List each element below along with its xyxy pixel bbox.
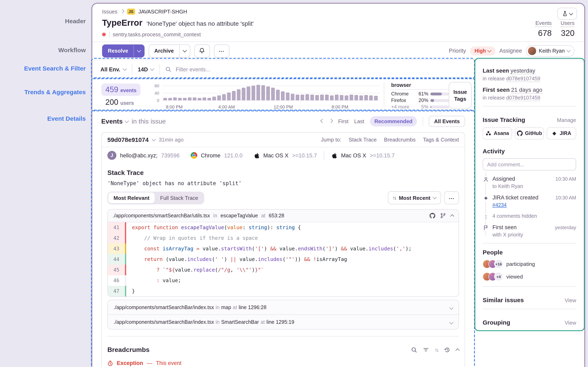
user-email: hello@abc.xyz;	[120, 152, 158, 158]
collapsed-frames: ./app/components/smartSearchBar/index.ts…	[107, 300, 459, 329]
activity-item-link[interactable]: #4234	[493, 202, 576, 208]
grouping-view[interactable]: View	[555, 320, 576, 326]
people-row: +4viewed	[483, 272, 576, 281]
activity-item-time: 10:30 AM	[555, 195, 576, 201]
more-actions-button[interactable]: ...	[214, 44, 229, 57]
users-stat-label[interactable]: Users	[561, 20, 575, 27]
events-stat-label[interactable]: Events	[536, 20, 552, 27]
browser-row[interactable]: Firefox20%	[391, 98, 449, 103]
issue-stats: Events 678 Users 320	[536, 20, 575, 38]
integration-asana-button[interactable]: Asana	[483, 127, 512, 140]
tab-most-relevant[interactable]: Most Relevant	[108, 192, 155, 203]
people-row: +16participating	[483, 259, 576, 268]
frame-header[interactable]: ./app/components/smartSearchBar/utils.ts…	[108, 210, 458, 222]
avatar-stack[interactable]: +16	[483, 259, 503, 268]
divider	[483, 309, 576, 309]
environment-select[interactable]: All Env.	[100, 66, 126, 72]
culprit-path: sentry.tasks.process_commit_context	[113, 31, 201, 38]
users-count-toggle[interactable]: 200users	[105, 98, 134, 107]
collapsed-frame[interactable]: ./app/components/smartSearchBar/index.ts…	[108, 300, 458, 314]
code-line: 43 const isArrayTag = value.startsWith('…	[108, 243, 458, 254]
jump-link[interactable]: Stack Trace	[349, 137, 377, 143]
all-events-button[interactable]: All Events	[429, 116, 465, 127]
users-count: 200	[105, 98, 118, 106]
browser-row[interactable]: Chrome61%	[391, 91, 449, 97]
integration-github-button[interactable]: GitHub	[515, 127, 544, 140]
filter-icon[interactable]	[423, 347, 429, 353]
people-title: People	[483, 249, 503, 256]
chevron-down-icon[interactable]	[125, 119, 129, 123]
github-icon[interactable]	[430, 213, 435, 218]
collapse-section-icon[interactable]	[456, 349, 459, 352]
last-seen-value[interactable]: yesterday	[510, 67, 535, 74]
assignee-label: Assignee	[499, 48, 522, 54]
frame-in-word: in	[216, 319, 219, 325]
collapsed-frame[interactable]: ./app/components/smartSearchBar/index.ts…	[108, 314, 458, 329]
sort-select[interactable]: ↑↓ Most Recent	[388, 191, 441, 204]
search-icon[interactable]	[411, 347, 417, 353]
browser-row-pct: 61%	[416, 91, 428, 97]
last-release-link[interactable]: d078e9107459	[506, 76, 540, 82]
event-id[interactable]: 59d078e91074	[107, 136, 149, 143]
line-number: 41	[108, 222, 126, 233]
tab-full-stack-trace[interactable]: Full Stack Trace	[155, 192, 203, 203]
subscribe-button[interactable]	[194, 44, 210, 57]
events-heading[interactable]: Events	[101, 118, 123, 125]
collapse-frame-icon[interactable]	[450, 214, 454, 218]
integration-jira-button[interactable]: JIRA	[547, 127, 576, 140]
resolve-button[interactable]: Resolve	[102, 44, 145, 57]
github-icon	[517, 131, 522, 136]
first-release-link[interactable]: d078e9107459	[506, 95, 540, 101]
integration-label: JIRA	[560, 131, 571, 136]
archive-button[interactable]: Archive	[149, 44, 190, 57]
unhandled-dot-icon	[102, 33, 106, 36]
breadcrumb-issues[interactable]: Issues	[102, 8, 117, 15]
recommended-pill[interactable]: Recommended	[370, 116, 417, 126]
stack-more-button[interactable]: ...	[444, 191, 459, 204]
frame-in-word: in	[216, 304, 219, 310]
resolve-label[interactable]: Resolve	[103, 48, 134, 54]
issue-tags-button[interactable]: Issue Tags	[449, 82, 472, 108]
sort-icon[interactable]: ↑↓	[435, 347, 438, 353]
first-seen-value[interactable]: 21 days ago	[511, 86, 543, 93]
chevron-down-icon[interactable]	[152, 137, 156, 141]
prev-event-icon[interactable]	[320, 119, 324, 123]
similar-issues-view[interactable]: View	[555, 297, 576, 303]
divider	[483, 286, 576, 287]
ellipsis-icon: ...	[219, 47, 224, 53]
browser-row[interactable]: +4 more5%	[391, 104, 449, 110]
frame-function: map	[221, 304, 231, 310]
archive-dropdown[interactable]	[179, 45, 190, 57]
page: Header Workflow Event Search & Filter Tr…	[0, 0, 588, 367]
issue-tracking-title: Issue Tracking	[483, 116, 525, 123]
jump-link[interactable]: Tags & Context	[423, 137, 459, 143]
resolve-dropdown[interactable]	[134, 45, 144, 57]
first-event-link[interactable]: First	[338, 118, 348, 124]
last-event-link[interactable]: Last	[354, 118, 364, 124]
search-input[interactable]	[175, 66, 466, 73]
search-field[interactable]	[165, 66, 466, 73]
date-range-select[interactable]: 14D	[138, 66, 154, 72]
issue-tracking-manage[interactable]: Manage	[547, 117, 576, 123]
add-comment-input[interactable]	[483, 158, 576, 170]
experiment-button[interactable]	[557, 8, 577, 20]
avatar-stack[interactable]: +4	[483, 272, 503, 281]
user-avatar: J	[107, 151, 116, 160]
breadcrumb-project[interactable]: JAVASCRIPT-SHGH	[138, 8, 187, 15]
history-icon[interactable]	[444, 347, 450, 353]
frame-at-word: at	[233, 304, 237, 310]
event-navigation: First Last Recommended All Events	[321, 116, 465, 127]
x-axis-tick-label: 8:00 PM	[332, 104, 348, 109]
browser-row-bar	[430, 105, 449, 108]
git-branch-icon[interactable]	[440, 213, 446, 218]
next-event-icon[interactable]	[329, 119, 333, 123]
assignee-select[interactable]: Keith Ryan	[526, 45, 575, 57]
code-text: : value;	[126, 275, 181, 286]
expand-frame-icon[interactable]	[450, 319, 453, 325]
expand-frame-icon[interactable]	[450, 304, 453, 310]
priority-select[interactable]: High	[470, 46, 495, 55]
stack-trace-section: Stack Trace 'NoneType' object has no att…	[102, 164, 465, 367]
events-count-toggle[interactable]: 459events	[101, 83, 141, 96]
archive-label[interactable]: Archive	[149, 48, 179, 54]
jump-link[interactable]: Breadcrumbs	[384, 137, 416, 143]
